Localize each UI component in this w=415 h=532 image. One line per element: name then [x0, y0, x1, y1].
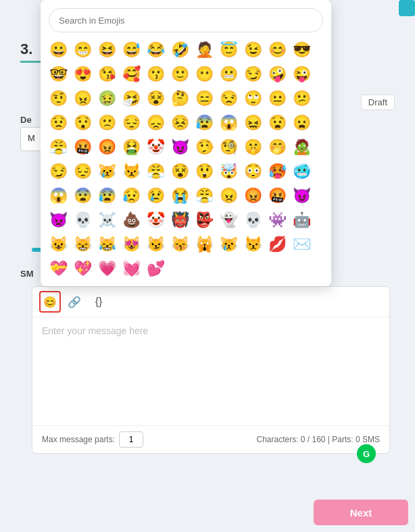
emoji-cell[interactable]: 😣 — [168, 111, 192, 135]
emoji-cell[interactable]: 🤢 — [95, 86, 119, 111]
emoji-cell[interactable]: 😰 — [95, 184, 119, 208]
emoji-cell[interactable]: 😻 — [119, 232, 143, 257]
emoji-cell[interactable]: 👻 — [216, 208, 241, 232]
emoji-cell[interactable]: 👿 — [46, 208, 70, 232]
emoji-cell[interactable]: 🤭 — [265, 135, 289, 159]
next-button[interactable]: Next — [314, 500, 408, 525]
emoji-cell[interactable]: 🤔 — [168, 86, 192, 111]
emoji-cell[interactable]: 😶 — [192, 62, 216, 86]
emoji-cell[interactable]: 😉 — [241, 38, 265, 62]
emoji-cell[interactable]: 😰 — [192, 111, 216, 135]
emoji-cell[interactable]: 😿 — [216, 232, 241, 257]
emoji-cell[interactable]: 😯 — [70, 111, 95, 135]
emoji-cell[interactable]: 😳 — [241, 159, 265, 184]
emoji-cell[interactable]: 😖 — [241, 111, 265, 135]
code-toolbar-button[interactable]: {} — [88, 291, 109, 313]
emoji-cell[interactable]: 😘 — [95, 62, 119, 86]
emoji-cell[interactable]: 😽 — [168, 232, 192, 257]
emoji-cell[interactable]: 😏 — [241, 62, 265, 86]
emoji-cell[interactable]: 🤧 — [119, 86, 143, 111]
emoji-cell[interactable]: 😵 — [143, 86, 168, 111]
emoji-cell[interactable]: 😦 — [289, 111, 314, 135]
emoji-cell[interactable]: 🤖 — [289, 208, 314, 232]
emoji-cell[interactable]: 😍 — [70, 62, 95, 86]
emoji-cell[interactable]: 💀 — [70, 208, 95, 232]
emoji-cell[interactable]: 😅 — [119, 38, 143, 62]
emoji-cell[interactable]: 😤 — [143, 159, 168, 184]
emoji-cell[interactable]: 🤨 — [46, 86, 70, 111]
emoji-cell[interactable]: 🤡 — [143, 208, 168, 232]
emoji-cell[interactable]: 🤬 — [265, 184, 289, 208]
emoji-cell[interactable]: 🤮 — [119, 135, 143, 159]
emoji-cell[interactable]: 🧟 — [289, 135, 314, 159]
emoji-cell[interactable]: 😨 — [70, 184, 95, 208]
emoji-cell[interactable]: 😡 — [95, 135, 119, 159]
grammarly-icon[interactable]: G — [357, 444, 376, 463]
emoji-cell[interactable]: 😵 — [168, 159, 192, 184]
emoji-cell[interactable]: 🙂 — [168, 62, 192, 86]
emoji-cell[interactable]: ☠️ — [95, 208, 119, 232]
emoji-cell[interactable]: 😡 — [241, 184, 265, 208]
emoji-cell[interactable]: 👾 — [265, 208, 289, 232]
emoji-cell[interactable]: 🤥 — [192, 135, 216, 159]
emoji-search-input[interactable] — [49, 8, 323, 32]
emoji-cell[interactable]: 😁 — [70, 38, 95, 62]
emoji-cell[interactable]: 😔 — [70, 159, 95, 184]
emoji-cell[interactable]: 🤫 — [241, 135, 265, 159]
emoji-cell[interactable]: 😞 — [143, 111, 168, 135]
emoji-cell[interactable]: 😈 — [168, 135, 192, 159]
emoji-cell[interactable]: 😗 — [143, 62, 168, 86]
emoji-cell[interactable]: 🥰 — [119, 62, 143, 86]
emoji-cell[interactable]: 🤣 — [168, 38, 192, 62]
emoji-cell[interactable]: 😱 — [216, 111, 241, 135]
emoji-cell[interactable]: 😲 — [192, 159, 216, 184]
emoji-cell[interactable]: 😤 — [46, 135, 70, 159]
emoji-cell[interactable]: 😥 — [119, 184, 143, 208]
emoji-cell[interactable]: 😜 — [289, 62, 314, 86]
emoji-cell[interactable]: 😧 — [265, 111, 289, 135]
emoji-cell[interactable]: 💗 — [95, 257, 119, 281]
emoji-cell[interactable]: 😂 — [143, 38, 168, 62]
emoji-cell[interactable]: 💋 — [265, 232, 289, 257]
emoji-cell[interactable]: 🙁 — [95, 111, 119, 135]
emoji-cell[interactable]: 😿 — [95, 159, 119, 184]
emoji-cell[interactable]: 🥵 — [265, 159, 289, 184]
emoji-cell[interactable]: 🤦 — [192, 38, 216, 62]
emoji-cell[interactable]: 😺 — [46, 232, 70, 257]
max-parts-input[interactable] — [119, 431, 143, 448]
emoji-cell[interactable]: 😏 — [46, 159, 70, 184]
emoji-cell[interactable]: 💀 — [241, 208, 265, 232]
message-text-area[interactable]: Enter your message here — [32, 317, 389, 425]
emoji-toolbar-button[interactable]: 😊 — [39, 291, 61, 313]
emoji-cell[interactable]: 😊 — [265, 38, 289, 62]
emoji-cell[interactable]: 😑 — [192, 86, 216, 111]
emoji-cell[interactable]: 😼 — [143, 232, 168, 257]
emoji-cell[interactable]: 🥶 — [289, 159, 314, 184]
emoji-cell[interactable]: 😎 — [289, 38, 314, 62]
emoji-cell[interactable]: 👺 — [192, 208, 216, 232]
emoji-cell[interactable]: 😆 — [95, 38, 119, 62]
emoji-cell[interactable]: 🤡 — [143, 135, 168, 159]
emoji-cell[interactable]: 💓 — [119, 257, 143, 281]
emoji-cell[interactable]: 😾 — [241, 232, 265, 257]
emoji-cell[interactable]: 😒 — [216, 86, 241, 111]
emoji-cell[interactable]: 😔 — [119, 111, 143, 135]
emoji-cell[interactable]: 😇 — [216, 38, 241, 62]
emoji-cell[interactable]: 😾 — [119, 159, 143, 184]
emoji-cell[interactable]: ✉️ — [289, 232, 314, 257]
emoji-cell[interactable]: 🤬 — [70, 135, 95, 159]
emoji-cell[interactable]: 🙄 — [241, 86, 265, 111]
emoji-cell[interactable]: 🤪 — [265, 62, 289, 86]
emoji-cell[interactable]: 💩 — [119, 208, 143, 232]
emoji-cell[interactable]: 💝 — [46, 257, 70, 281]
emoji-cell[interactable]: 😱 — [46, 184, 70, 208]
emoji-cell[interactable]: 😬 — [216, 62, 241, 86]
emoji-cell[interactable]: 😕 — [289, 86, 314, 111]
emoji-cell[interactable]: 💖 — [70, 257, 95, 281]
emoji-cell[interactable]: 😈 — [289, 184, 314, 208]
emoji-cell[interactable]: 🧐 — [216, 135, 241, 159]
emoji-cell[interactable]: 😠 — [70, 86, 95, 111]
emoji-cell[interactable]: 😭 — [168, 184, 192, 208]
emoji-cell[interactable]: 🤯 — [216, 159, 241, 184]
emoji-cell[interactable]: 😤 — [192, 184, 216, 208]
